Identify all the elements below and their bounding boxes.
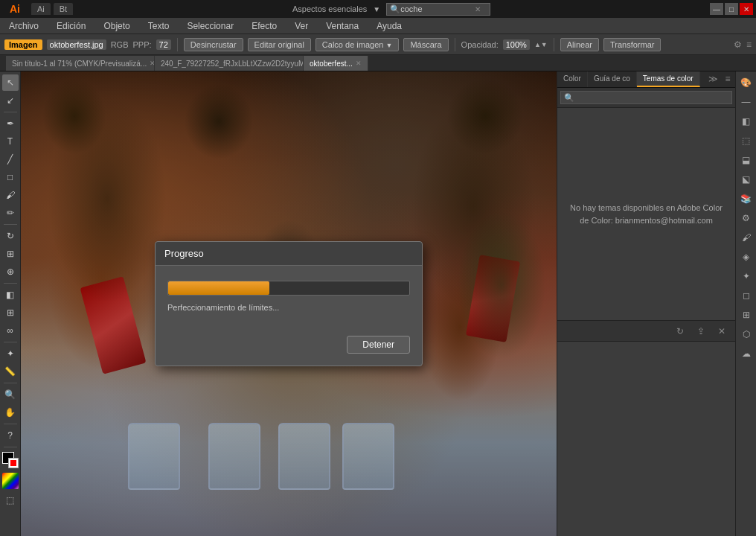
ricon-layers[interactable]: ⬓ bbox=[738, 152, 755, 168]
tool-hand[interactable]: ✋ bbox=[2, 404, 19, 421]
title-tab-bt[interactable]: Bt bbox=[54, 3, 73, 15]
alinear-button[interactable]: Alinear bbox=[560, 38, 599, 51]
tool-direct-select[interactable]: ↙ bbox=[2, 92, 19, 109]
menu-objeto[interactable]: Objeto bbox=[100, 19, 132, 33]
ppp-value: 72 bbox=[156, 39, 171, 50]
fill-stroke-area bbox=[2, 452, 19, 468]
rpanel-share-btn[interactable]: ⇪ bbox=[693, 324, 708, 339]
rpanel-tab-color[interactable]: Color bbox=[557, 71, 588, 87]
ricon-cc-libraries[interactable]: ☁ bbox=[738, 345, 755, 362]
title-tab-ai[interactable]: Ai bbox=[31, 3, 51, 15]
right-panel-footer: ↻ ⇪ ✕ bbox=[557, 320, 735, 341]
tool-measure[interactable]: 📏 bbox=[2, 363, 19, 380]
tool-blend[interactable]: ∞ bbox=[2, 322, 19, 339]
color-guide[interactable] bbox=[2, 473, 19, 489]
desincrustar-button[interactable]: Desincrustar bbox=[184, 38, 243, 51]
tool-gradient[interactable]: ◧ bbox=[2, 287, 19, 303]
tool-sep-6 bbox=[4, 424, 17, 424]
ricon-pathfinder[interactable]: ⬡ bbox=[738, 326, 755, 342]
rpanel-tab-temas[interactable]: Temas de color bbox=[637, 71, 700, 87]
rpanel-menu-btn[interactable]: ≡ bbox=[720, 71, 735, 86]
imagen-tag: Imagen bbox=[4, 39, 42, 50]
dialog-title-bar: Progreso bbox=[156, 242, 422, 266]
mascara-button[interactable]: Máscara bbox=[403, 38, 448, 51]
tool-select[interactable]: ↖ bbox=[2, 74, 19, 91]
minimize-button[interactable]: — bbox=[710, 3, 723, 15]
menu-ver[interactable]: Ver bbox=[292, 19, 311, 33]
ricon-color[interactable]: 🎨 bbox=[738, 74, 755, 91]
transformar-button[interactable]: Transformar bbox=[603, 38, 662, 51]
rpanel-tab-guia[interactable]: Guía de co bbox=[588, 71, 637, 87]
calco-imagen-button[interactable]: Calco de imagen ▼ bbox=[315, 38, 400, 51]
left-toolbar: ↖ ↙ ✒ T ╱ □ 🖌 ✏ ↻ ⊞ ⊕ ◧ ⊞ ∞ ✦ 📏 🔍 ✋ ? bbox=[0, 71, 21, 536]
tool-sep-7 bbox=[4, 447, 17, 447]
rpanel-close-btn[interactable]: ✕ bbox=[714, 324, 729, 339]
tabs-row: Sin título-1 al 71% (CMYK/Previsualizá..… bbox=[0, 55, 756, 71]
ricon-stroke[interactable]: — bbox=[738, 94, 755, 110]
ricon-transparency[interactable]: ⬚ bbox=[738, 133, 755, 149]
menu-edicion[interactable]: Edición bbox=[54, 19, 89, 33]
ricon-artboards[interactable]: ⬕ bbox=[738, 171, 755, 188]
separator-3 bbox=[554, 38, 554, 51]
extra-menu-icon[interactable]: ≡ bbox=[746, 39, 752, 50]
maximize-button[interactable]: □ bbox=[725, 3, 738, 15]
dropdown-icon[interactable]: ▼ bbox=[373, 5, 380, 13]
canvas-area: Progreso Perfeccionamiento de límites...… bbox=[21, 71, 557, 536]
tool-scale[interactable]: ⊞ bbox=[2, 246, 19, 262]
stop-button[interactable]: Detener bbox=[347, 336, 410, 354]
tool-pencil[interactable]: ✏ bbox=[2, 205, 19, 221]
ricon-gradient[interactable]: ◧ bbox=[738, 113, 755, 130]
title-bar: Ai Ai Bt Aspectos esenciales ▼ 🔍 ✕ — □ ✕ bbox=[0, 0, 756, 18]
title-bar-controls: — □ ✕ bbox=[710, 3, 753, 15]
rpanel-refresh-btn[interactable]: ↻ bbox=[673, 324, 688, 339]
ricon-graphic-styles[interactable]: ✦ bbox=[738, 268, 755, 284]
title-bar-tabs: Ai Bt bbox=[31, 3, 73, 15]
tool-question[interactable]: ? bbox=[2, 427, 19, 444]
ricon-align[interactable]: ⊞ bbox=[738, 307, 755, 323]
tab-sin-titulo-close[interactable]: ✕ bbox=[150, 60, 155, 67]
tool-zoom[interactable]: 🔍 bbox=[2, 386, 19, 403]
tab-sin-titulo-label: Sin título-1 al 71% (CMYK/Previsualizá..… bbox=[12, 60, 147, 68]
calco-arrow-icon: ▼ bbox=[385, 42, 392, 49]
ricon-libraries[interactable]: 📚 bbox=[738, 191, 755, 207]
tool-pen[interactable]: ✒ bbox=[2, 115, 19, 132]
search-input[interactable] bbox=[400, 4, 475, 13]
right-panel-search-input[interactable] bbox=[560, 91, 732, 104]
rpanel-expand-btn[interactable]: ≫ bbox=[705, 71, 720, 86]
search-bar[interactable]: 🔍 ✕ bbox=[386, 3, 490, 16]
menu-archivo[interactable]: Archivo bbox=[6, 19, 42, 33]
tool-mesh[interactable]: ⊞ bbox=[2, 304, 19, 321]
menu-ayuda[interactable]: Ayuda bbox=[374, 19, 405, 33]
menu-seleccionar[interactable]: Seleccionar bbox=[184, 19, 237, 33]
ricon-appearance[interactable]: ◻ bbox=[738, 287, 755, 304]
dialog-overlay: Progreso Perfeccionamiento de límites...… bbox=[21, 71, 557, 536]
right-panel-content: No hay temas disponibles en Adobe Color … bbox=[557, 108, 735, 320]
close-button[interactable]: ✕ bbox=[740, 3, 753, 15]
right-panel-search[interactable] bbox=[557, 88, 735, 108]
stroke-swatch[interactable] bbox=[8, 458, 19, 468]
ricon-symbols[interactable]: ◈ bbox=[738, 249, 755, 265]
search-clear-icon[interactable]: ✕ bbox=[475, 5, 481, 13]
opacidad-arrow-icon[interactable]: ▲▼ bbox=[534, 41, 548, 48]
tool-type[interactable]: T bbox=[2, 133, 19, 150]
menu-ventana[interactable]: Ventana bbox=[323, 19, 362, 33]
tab-sin-titulo[interactable]: Sin título-1 al 71% (CMYK/Previsualizá..… bbox=[6, 56, 155, 71]
ricon-brush[interactable]: 🖌 bbox=[738, 229, 755, 246]
tool-shape[interactable]: □ bbox=[2, 169, 19, 185]
tool-eyedropper[interactable]: ✦ bbox=[2, 345, 19, 362]
tool-paintbrush[interactable]: 🖌 bbox=[2, 187, 19, 203]
tab-oktoberfest-close[interactable]: ✕ bbox=[356, 60, 362, 67]
menu-efecto[interactable]: Efecto bbox=[249, 19, 280, 33]
artboard-tool[interactable]: ⬚ bbox=[2, 492, 19, 508]
right-panel-extra bbox=[557, 341, 735, 536]
tool-line[interactable]: ╱ bbox=[2, 151, 19, 168]
ricon-properties[interactable]: ⚙ bbox=[738, 210, 755, 226]
tool-puppet[interactable]: ⊕ bbox=[2, 264, 19, 280]
separator-1 bbox=[177, 38, 178, 51]
menu-texto[interactable]: Texto bbox=[145, 19, 173, 33]
tab-240[interactable]: 240_F_79227252_fRJxLbLtXZzw2D2tyyuMI4i58… bbox=[155, 56, 304, 71]
tab-oktoberfest[interactable]: oktoberfest... ✕ bbox=[304, 56, 368, 71]
extra-icon[interactable]: ⚙ bbox=[734, 39, 742, 50]
tool-rotate[interactable]: ↻ bbox=[2, 228, 19, 244]
editar-original-button[interactable]: Editar original bbox=[248, 38, 311, 51]
